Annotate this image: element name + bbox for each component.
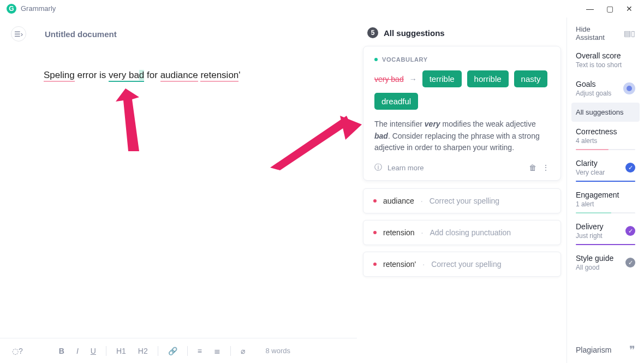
suggestion-hint: Correct your spelling	[430, 197, 499, 205]
check-badge-icon: ✓	[625, 163, 635, 172]
word-count[interactable]: 8 words	[265, 347, 290, 355]
bulleted-list-button[interactable]: ≣	[212, 346, 223, 356]
category-label: VOCABULARY	[382, 56, 428, 63]
trash-icon[interactable]: 🗑	[529, 163, 536, 172]
editor-body[interactable]: Speling error is very bad for audiance r…	[0, 50, 357, 338]
maximize-icon[interactable]: ▢	[605, 4, 615, 13]
replacement-option-button[interactable]: nasty	[514, 70, 548, 87]
replacement-option-button[interactable]: horrible	[467, 70, 509, 87]
editor-text: very ba	[109, 70, 139, 80]
check-badge-icon: ✓	[625, 226, 635, 236]
metric-style-guide[interactable]: Style guide All good ✓	[567, 248, 644, 275]
metric-bar-fill	[576, 212, 611, 213]
suggestion-card-expanded[interactable]: VOCABULARY very bad → terrible horrible …	[363, 46, 561, 181]
more-icon[interactable]: ⋮	[542, 163, 550, 172]
metric-title: Clarity	[576, 159, 605, 168]
app-name: Grammarly	[21, 4, 585, 13]
help-icon[interactable]: ◌?	[10, 346, 25, 356]
assistant-sidebar: Hide Assistant ▤▯ Overall score Text is …	[567, 17, 644, 363]
close-icon[interactable]: ✕	[624, 4, 634, 13]
tab-all-suggestions[interactable]: All suggestions	[571, 103, 640, 122]
numbered-list-button[interactable]: ≡	[195, 346, 204, 356]
editor-text: error is	[77, 70, 106, 80]
italic-button[interactable]: I	[74, 346, 81, 356]
metric-title: Engagement	[576, 191, 619, 199]
toolbar-divider	[187, 346, 188, 356]
suggestion-term: retension'	[383, 260, 416, 269]
toolbar-divider	[230, 346, 231, 356]
suggestions-title: All suggestions	[384, 28, 445, 38]
replacement-row: very bad → terrible horrible nasty dread…	[374, 70, 550, 110]
metric-correctness[interactable]: Correctness 4 alerts	[567, 122, 644, 153]
overall-score-block[interactable]: Overall score Text is too short	[567, 46, 644, 74]
category-dot-icon	[373, 263, 377, 266]
suggestion-card-collapsed[interactable]: retension · Add closing punctuation	[363, 220, 561, 245]
clear-format-button[interactable]: ⌀	[238, 346, 247, 356]
suggestion-hint: Correct your spelling	[431, 260, 501, 269]
toolbar-divider	[158, 346, 158, 356]
metric-title: Correctness	[576, 127, 617, 136]
metric-subtitle: 4 alerts	[576, 137, 617, 145]
h1-button[interactable]: H1	[114, 346, 128, 356]
category-dot-icon	[374, 58, 378, 61]
arrow-icon: →	[409, 75, 417, 84]
original-phrase: very bad	[374, 75, 404, 84]
suggestion-hint: Add closing punctuation	[430, 228, 511, 237]
underline-button[interactable]: U	[88, 346, 98, 356]
toolbar-divider	[106, 346, 106, 356]
h2-button[interactable]: H2	[136, 346, 150, 356]
goals-block[interactable]: Goals Adjust goals	[567, 74, 644, 103]
metric-clarity[interactable]: Clarity Very clear ✓	[567, 153, 644, 185]
editor-header: ☰› Untitled document	[0, 17, 357, 50]
suggestion-term: audiance	[383, 197, 414, 205]
check-badge-icon: ✓	[625, 258, 635, 267]
metric-bar-fill	[576, 181, 635, 182]
bold-button[interactable]: B	[57, 346, 67, 356]
cursor-highlight: d	[139, 70, 144, 80]
learn-more-link[interactable]: Learn more	[387, 164, 424, 172]
menu-button[interactable]: ☰›	[11, 26, 26, 41]
editor-text: '	[238, 70, 240, 80]
link-button[interactable]: 🔗	[166, 346, 180, 356]
suggestion-card-collapsed[interactable]: audiance · Correct your spelling	[363, 188, 561, 213]
metric-title: Style guide	[576, 254, 613, 263]
app-logo-icon: G	[7, 4, 16, 14]
weak-phrase[interactable]: very bad	[109, 70, 144, 82]
metric-subtitle: All good	[576, 264, 613, 271]
goal-indicator-icon	[623, 82, 635, 94]
goals-subtitle: Adjust goals	[576, 90, 619, 97]
plagiarism-button[interactable]: Plagiarism ❞	[567, 337, 644, 363]
goals-title: Goals	[576, 80, 619, 88]
metric-delivery[interactable]: Delivery Just right ✓	[567, 217, 644, 248]
category-dot-icon	[373, 199, 377, 203]
minimize-icon[interactable]: —	[585, 4, 595, 13]
separator: ·	[422, 260, 425, 269]
metric-engagement[interactable]: Engagement 1 alert	[567, 185, 644, 217]
replacement-option-button[interactable]: dreadful	[374, 93, 418, 110]
misspelled-word[interactable]: audiance	[160, 70, 198, 82]
document-title[interactable]: Untitled document	[45, 29, 117, 39]
metric-subtitle: Very clear	[576, 169, 605, 176]
title-bar: G Grammarly — ▢ ✕	[0, 0, 644, 17]
category-dot-icon	[373, 231, 377, 234]
info-icon: ⓘ	[374, 163, 382, 172]
suggestions-column: 5 All suggestions VOCABULARY very bad → …	[357, 17, 567, 363]
window-controls: — ▢ ✕	[585, 4, 634, 13]
score-title: Overall score	[576, 51, 635, 60]
metric-bar-fill	[576, 244, 635, 245]
suggestions-header: 5 All suggestions	[363, 23, 561, 46]
editor-toolbar: ◌? B I U H1 H2 🔗 ≡ ≣ ⌀ 8 words	[0, 338, 357, 363]
quote-icon: ❞	[629, 343, 635, 356]
suggestion-explanation: The intensifier very modifies the weak a…	[374, 118, 550, 154]
separator: ·	[421, 228, 424, 237]
editor-text: for	[147, 70, 158, 80]
layout-toggle-icon[interactable]: ▤▯	[624, 29, 635, 38]
plagiarism-label: Plagiarism	[576, 346, 611, 354]
hide-assistant-button[interactable]: Hide Assistant	[576, 25, 618, 41]
metric-title: Delivery	[576, 222, 604, 231]
replacement-option-button[interactable]: terrible	[422, 70, 462, 87]
misspelled-word[interactable]: Speling	[44, 70, 75, 82]
misspelled-word[interactable]: retension	[200, 70, 238, 82]
suggestion-card-collapsed[interactable]: retension' · Correct your spelling	[363, 252, 561, 277]
metric-bar-fill	[576, 149, 609, 150]
